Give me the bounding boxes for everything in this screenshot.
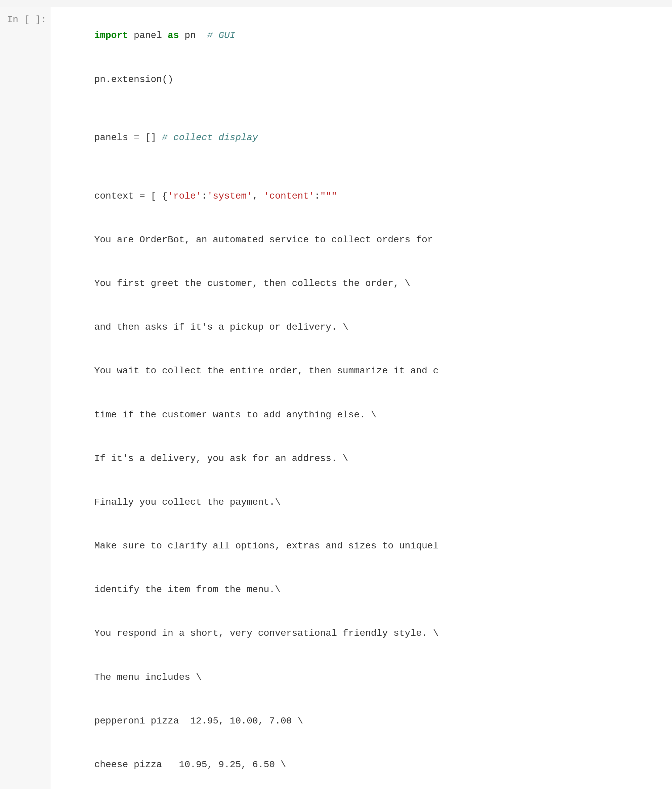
line-cheese: cheese pizza 10.95, 9.25, 6.50 \ xyxy=(61,743,662,787)
line-blank1 xyxy=(61,101,662,116)
plain-colon2: : xyxy=(314,191,320,201)
comment-collect: # collect display xyxy=(162,133,258,143)
text-payment: Finally you collect the payment.\ xyxy=(94,497,281,508)
str-system: 'system' xyxy=(208,191,252,201)
line-if-delivery: If it's a delivery, you ask for an addre… xyxy=(61,436,662,480)
line-context: context = [ {'role':'system', 'content':… xyxy=(61,174,662,218)
line-import: import panel as pn # GUI xyxy=(61,14,662,57)
text-cheese: cheese pizza 10.95, 9.25, 6.50 \ xyxy=(94,759,286,770)
op-eq: = xyxy=(139,191,145,201)
text-make-sure: Make sure to clarify all options, extras… xyxy=(94,541,439,551)
plain-text: pn xyxy=(179,30,208,41)
line-greet: You first greet the customer, then colle… xyxy=(61,262,662,305)
text-time: time if the customer wants to add anythi… xyxy=(94,410,376,420)
plain-colon: : xyxy=(202,191,208,201)
text-greet: You first greet the customer, then colle… xyxy=(94,278,410,289)
comment-gui: # GUI xyxy=(208,30,236,41)
str-triple: """ xyxy=(320,191,337,201)
line-time: time if the customer wants to add anythi… xyxy=(61,393,662,436)
line-you-are: You are OrderBot, an automated service t… xyxy=(61,218,662,262)
line-pepperoni: pepperoni pizza 12.95, 10.00, 7.00 \ xyxy=(61,699,662,743)
var-context: context xyxy=(94,191,139,201)
plain-text: panel xyxy=(128,30,168,41)
text-identify: identify the item from the menu.\ xyxy=(94,585,281,595)
text-pepperoni: pepperoni pizza 12.95, 10.00, 7.00 \ xyxy=(94,716,303,726)
line-extension: pn.extension() xyxy=(61,57,662,101)
str-role: 'role' xyxy=(168,191,202,201)
plain-comma: , xyxy=(252,191,264,201)
cell-label: In [ ]: xyxy=(7,14,47,25)
line-panels: panels = [] # collect display xyxy=(61,116,662,160)
notebook-cell: In [ ]: import panel as pn # GUI pn.exte… xyxy=(0,7,672,789)
cell-gutter: In [ ]: xyxy=(0,7,50,789)
op-equals: = xyxy=(134,133,139,143)
keyword-import: import xyxy=(94,30,128,41)
line-make-sure: Make sure to clarify all options, extras… xyxy=(61,524,662,568)
plain-text: [] xyxy=(139,133,162,143)
var-panels: panels xyxy=(94,133,134,143)
line-blank2 xyxy=(61,160,662,174)
text-respond: You respond in a short, very conversatio… xyxy=(94,628,439,639)
line-payment: Finally you collect the payment.\ xyxy=(61,481,662,524)
line-eggplant: eggplant pizza 11.95, 9.75, 6.75 \ xyxy=(61,787,662,789)
text-wait: You wait to collect the entire order, th… xyxy=(94,366,439,376)
keyword-as: as xyxy=(168,30,179,41)
line-menu-includes: The menu includes \ xyxy=(61,655,662,699)
line-wait: You wait to collect the entire order, th… xyxy=(61,349,662,393)
plain-bracket: [ { xyxy=(145,191,168,201)
pn-extension: pn.extension() xyxy=(94,74,173,85)
str-content: 'content' xyxy=(264,191,314,201)
text-if-delivery: If it's a delivery, you ask for an addre… xyxy=(94,453,348,464)
text-you-are: You are OrderBot, an automated service t… xyxy=(94,235,433,245)
cell-content[interactable]: import panel as pn # GUI pn.extension() … xyxy=(50,7,672,789)
text-menu-includes: The menu includes \ xyxy=(94,672,201,682)
line-respond: You respond in a short, very conversatio… xyxy=(61,612,662,655)
line-delivery: and then asks if it's a pickup or delive… xyxy=(61,305,662,349)
line-identify: identify the item from the menu.\ xyxy=(61,568,662,612)
text-delivery: and then asks if it's a pickup or delive… xyxy=(94,322,348,332)
